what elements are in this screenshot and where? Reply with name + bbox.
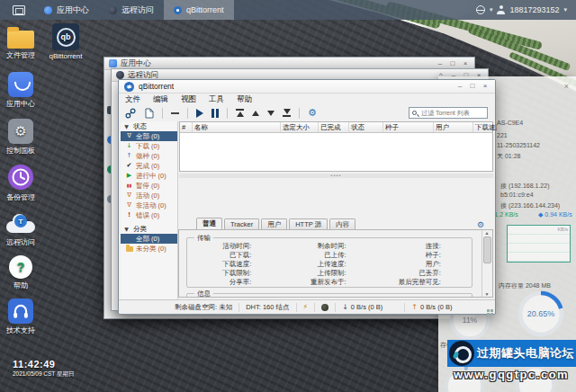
desktop-icon-control-panel[interactable]: ⚙ 控制面板	[0, 119, 41, 156]
menu-edit[interactable]: 编辑	[147, 94, 175, 105]
search-icon	[412, 111, 417, 115]
memory-capacity-label: 内存容量 2048 MB	[499, 281, 551, 290]
desktop-icon-file-manager[interactable]: 文件管理	[0, 25, 41, 60]
chevron-down-icon[interactable]: ▾	[490, 6, 493, 13]
scroll-up-icon[interactable]: ▲	[485, 230, 490, 236]
close-icon[interactable]: ×	[564, 82, 569, 91]
scroll-down-icon[interactable]: ▼	[485, 291, 490, 297]
language-globe-icon[interactable]	[476, 5, 485, 14]
lan-connection-fragment: 接 (192.168.1.22)	[500, 182, 549, 191]
menu-help[interactable]: 帮助	[230, 94, 258, 105]
add-torrent-file-icon[interactable]	[144, 108, 154, 119]
memory-usage-gauge: 20.65%	[518, 290, 564, 337]
col-dlspeed[interactable]: 下载速度	[473, 122, 497, 132]
filter-seeding[interactable]: ↑ 做种 (0)	[121, 151, 177, 161]
delete-torrent-icon[interactable]	[171, 112, 179, 114]
tab-trackers[interactable]: Tracker	[224, 218, 259, 229]
appcenter-icon	[8, 72, 33, 97]
taskbar-tab-appcenter[interactable]: 应用中心	[34, 0, 99, 20]
appcenter-icon	[44, 6, 52, 14]
close-icon[interactable]: ×	[481, 82, 490, 91]
filter-downloading[interactable]: ↓ 下载 (0)	[121, 141, 177, 151]
col-size[interactable]: 选定大小	[281, 122, 319, 132]
tab-content[interactable]: 内容	[329, 218, 356, 229]
desktop-icon-help[interactable]: ? 帮助	[0, 255, 41, 290]
scrollbar-thumb[interactable]	[483, 236, 491, 263]
chevron-down-icon: ▼	[122, 121, 130, 131]
pause-icon: ▮▮	[125, 181, 133, 191]
queue-up-icon[interactable]	[252, 111, 259, 116]
window-title: qBittorrent	[139, 82, 174, 91]
add-torrent-link-icon[interactable]	[125, 108, 136, 119]
chart-unit-label: KB/s	[557, 227, 568, 232]
maximize-icon[interactable]: □	[468, 82, 477, 91]
queue-bottom-icon[interactable]	[283, 109, 291, 117]
window-qbittorrent[interactable]: qb qBittorrent – □ × 文件 编辑 视图 工具 帮助	[118, 79, 496, 315]
desktop-icon-label: 帮助	[0, 281, 41, 290]
memory-percent: 20.65%	[518, 290, 564, 337]
filter-active[interactable]: ∇ 活动 (0)	[121, 191, 177, 200]
speed-limit-bolt-icon[interactable]: ⚡	[303, 303, 309, 311]
minimize-icon[interactable]: –	[436, 59, 445, 68]
desktop-icon-label: 远程访问	[0, 237, 41, 247]
col-number[interactable]: #	[180, 122, 193, 132]
filter-all[interactable]: ∇ 全部 (0)	[121, 131, 177, 141]
minimize-icon[interactable]: –	[455, 82, 464, 91]
maximize-icon[interactable]: □	[448, 59, 457, 68]
filter-running[interactable]: ▶ 进行中 (0)	[121, 171, 177, 181]
details-scrollbar[interactable]: ▲ ▼	[482, 230, 491, 297]
clock-icon	[7, 164, 34, 191]
menu-file[interactable]: 文件	[119, 94, 147, 105]
col-name[interactable]: 名称	[193, 122, 281, 132]
filter-inactive[interactable]: ∇ 非活动 (0)	[121, 200, 177, 210]
desktop-icon-backup-manager[interactable]: 备份管理	[0, 164, 41, 202]
category-filter-header[interactable]: ▼ 分类	[121, 224, 177, 234]
taskbar: 应用中心 远程访问 qBittorrent ▾ 18817293152 ▾	[0, 0, 576, 20]
col-status[interactable]: 状态	[349, 122, 383, 132]
torrent-list[interactable]: # 名称 选定大小 已完成 状态 种子 用户 下载速度	[179, 121, 493, 172]
rosemary-sprig	[468, 26, 572, 71]
desktop-icon-qbittorrent[interactable]: qb qBittorrent	[45, 23, 86, 60]
show-desktop-icon[interactable]	[13, 5, 25, 15]
close-icon[interactable]: ×	[461, 59, 470, 68]
filter-errored[interactable]: ! 错误 (0)	[121, 210, 177, 220]
information-groupbox: 信息 总大小: 区块: 创建者: 添加于: 完成于: 创建于: Torrent …	[186, 293, 472, 298]
tab-settings-gear-icon[interactable]: ⚙	[477, 220, 484, 229]
queue-top-icon[interactable]	[236, 109, 244, 117]
resize-grip[interactable]	[490, 309, 493, 312]
desktop-icon-label: 文件管理	[0, 50, 41, 60]
splitter-handle[interactable]: ••••	[179, 174, 493, 178]
taskbar-tab-qbittorrent[interactable]: qBittorrent	[164, 0, 234, 20]
category-all[interactable]: 全部 (0)	[121, 234, 177, 244]
qbittorrent-icon: qb	[124, 82, 134, 92]
global-download-speed: 0 B/s (0 B)	[351, 303, 382, 311]
desktop-icon-remote-access[interactable]: T 远程访问	[0, 210, 41, 247]
desktop-icon-appcenter[interactable]: 应用中心	[0, 72, 41, 109]
options-gear-icon[interactable]: ⚙	[308, 108, 317, 118]
queue-down-icon[interactable]	[267, 111, 274, 116]
col-done[interactable]: 已完成	[319, 122, 349, 132]
pause-icon[interactable]	[212, 109, 219, 118]
question-mark-icon: ?	[9, 255, 32, 279]
chevron-down-icon[interactable]: ▾	[563, 6, 567, 13]
search-input[interactable]	[419, 109, 484, 117]
col-peers[interactable]: 用户	[434, 122, 473, 132]
taskbar-right-cluster: ▾ 18817293152 ▾	[476, 5, 576, 14]
desktop-icon-tech-support[interactable]: 技术支持	[0, 298, 41, 335]
col-seeds[interactable]: 种子	[383, 122, 434, 132]
filter-completed[interactable]: ✔ 完成 (0)	[121, 161, 177, 171]
torrent-filter-searchbox[interactable]	[409, 107, 488, 119]
menu-view[interactable]: 视图	[175, 94, 202, 105]
taskbar-tab-remote[interactable]: 远程访问	[99, 0, 164, 20]
resume-icon[interactable]	[196, 109, 203, 118]
tab-general[interactable]: 普通	[196, 218, 222, 229]
tab-http-sources[interactable]: HTTP 源	[289, 218, 328, 229]
user-avatar-icon[interactable]	[497, 5, 505, 14]
qbittorrent-titlebar[interactable]: qb qBittorrent – □ ×	[119, 80, 495, 94]
tab-peers[interactable]: 用户	[261, 218, 287, 229]
status-filter-header[interactable]: ▼ 状态	[121, 121, 177, 131]
category-uncategorized[interactable]: 未分类 (0)	[121, 244, 177, 254]
filter-paused[interactable]: ▮▮ 暂停 (0)	[121, 181, 177, 191]
menu-tools[interactable]: 工具	[202, 94, 230, 105]
username[interactable]: 18817293152	[509, 5, 559, 14]
